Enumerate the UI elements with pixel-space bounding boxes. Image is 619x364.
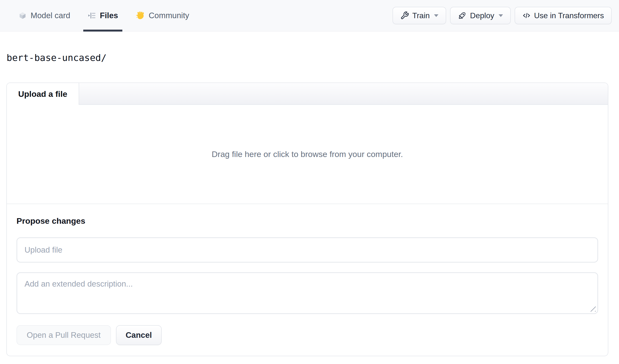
tab-model-card[interactable]: Model card: [14, 0, 74, 31]
use-in-transformers-label: Use in Transformers: [534, 11, 604, 20]
propose-actions: Open a Pull Request Cancel: [16, 325, 598, 345]
model-tabs-bar: Model card Files: [0, 0, 619, 31]
deploy-button-label: Deploy: [470, 11, 494, 20]
extended-description-textarea[interactable]: [16, 272, 598, 314]
tab-files-label: Files: [100, 11, 118, 20]
rocket-icon: [458, 11, 466, 20]
tab-upload-a-file-label: Upload a file: [18, 89, 67, 99]
wrench-icon: [400, 11, 409, 20]
tab-upload-a-file[interactable]: Upload a file: [7, 83, 79, 105]
upload-file-card: Upload a file Drag file here or click to…: [6, 83, 608, 356]
upload-filename-input[interactable]: [16, 237, 598, 263]
file-dropzone[interactable]: Drag file here or click to browse from y…: [7, 105, 608, 204]
description-field-wrap: [16, 272, 598, 314]
tab-model-card-label: Model card: [31, 11, 70, 20]
upload-card-header: Upload a file: [7, 83, 608, 105]
wave-icon: [135, 11, 145, 20]
open-pull-request-button[interactable]: Open a Pull Request: [16, 325, 111, 345]
deploy-button[interactable]: Deploy: [450, 7, 511, 24]
nav-tabs: Model card Files: [0, 0, 194, 31]
tab-community[interactable]: Community: [131, 0, 194, 31]
use-in-transformers-button[interactable]: Use in Transformers: [515, 7, 612, 24]
train-button-label: Train: [412, 11, 430, 20]
chevron-down-icon: [499, 14, 503, 17]
nav-actions: Train Deploy: [393, 0, 619, 31]
code-icon: [522, 11, 531, 20]
propose-changes-heading: Propose changes: [16, 216, 598, 226]
train-button[interactable]: Train: [393, 7, 446, 24]
tab-community-label: Community: [149, 11, 189, 20]
cancel-button[interactable]: Cancel: [116, 325, 162, 345]
dropzone-hint-text: Drag file here or click to browse from y…: [212, 150, 403, 159]
propose-changes-section: Propose changes Open a Pull Request Canc…: [7, 216, 608, 356]
cube-icon: [18, 11, 27, 20]
page: Model card Files: [0, 0, 619, 364]
chevron-down-icon: [434, 14, 438, 17]
tab-files[interactable]: Files: [83, 0, 122, 31]
breadcrumb[interactable]: bert-base-uncased/: [7, 52, 619, 63]
files-icon: [88, 11, 96, 20]
card-header-filler: [79, 83, 608, 105]
